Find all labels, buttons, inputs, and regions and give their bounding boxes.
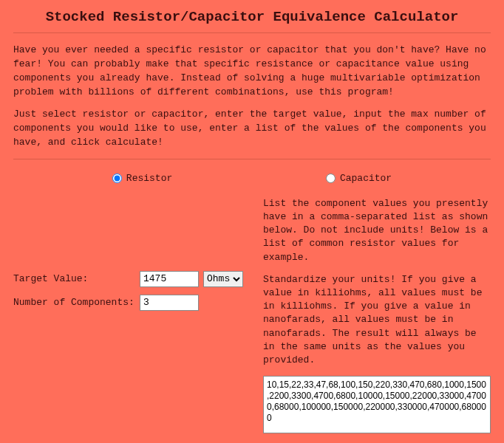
values-instruction-1: List the component values you presently … <box>263 197 491 264</box>
resistor-radio[interactable] <box>112 174 122 183</box>
values-instruction-2: Standardize your units! If you give a va… <box>263 273 491 367</box>
unit-select[interactable]: Ohms <box>203 271 243 287</box>
target-value-label: Target Value: <box>13 273 135 284</box>
capacitor-radio-label: Capacitor <box>340 173 392 184</box>
divider <box>13 32 491 33</box>
intro-paragraph-1: Have you ever needed a specific resistor… <box>13 44 491 99</box>
target-value-input[interactable] <box>140 271 199 287</box>
num-components-label: Number of Components: <box>13 297 135 308</box>
page-title: Stocked Resistor/Capacitor Equivalence C… <box>13 9 491 25</box>
capacitor-radio[interactable] <box>326 174 336 183</box>
num-components-input[interactable] <box>140 295 199 311</box>
component-type-radio-group: Resistor Capacitor <box>35 173 469 184</box>
resistor-radio-label: Resistor <box>126 173 172 184</box>
divider <box>13 159 491 159</box>
component-values-textarea[interactable] <box>263 376 491 433</box>
intro-paragraph-2: Just select resistor or capacitor, enter… <box>13 108 491 150</box>
